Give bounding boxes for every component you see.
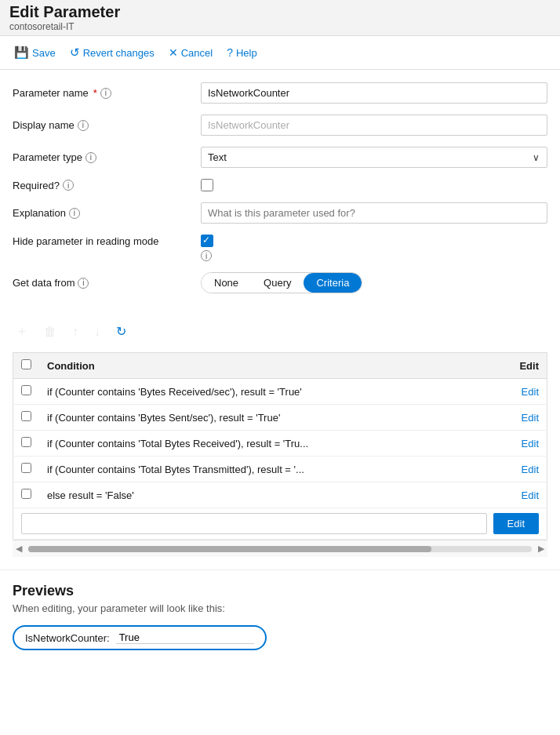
display-name-info-icon[interactable]: i <box>78 120 89 131</box>
refresh-button[interactable]: ↻ <box>113 322 129 340</box>
header-checkbox-col <box>13 353 40 379</box>
row-checkbox[interactable] <box>21 463 31 473</box>
explanation-label: Explanation i <box>13 207 201 219</box>
preview-field-label: IsNetworkCounter: <box>25 632 110 644</box>
row-checkbox-cell <box>13 457 40 482</box>
save-icon: 💾 <box>14 45 29 60</box>
previews-section: Previews When editing, your parameter wi… <box>0 569 560 663</box>
criteria-edit-button[interactable]: Edit <box>493 513 539 534</box>
condition-cell: if (Counter contains 'Bytes Sent/sec'), … <box>39 405 500 431</box>
edit-cell: Edit <box>500 431 547 457</box>
required-info-icon[interactable]: i <box>63 180 74 191</box>
cancel-icon: ✕ <box>169 46 178 59</box>
edit-link[interactable]: Edit <box>522 464 539 475</box>
row-checkbox-cell <box>13 379 40 405</box>
hide-param-checkbox-wrapper <box>201 235 213 247</box>
new-criteria-input[interactable] <box>21 513 487 534</box>
edit-cell: Edit <box>500 405 547 431</box>
save-button[interactable]: 💾 Save <box>9 42 60 63</box>
criteria-table: Condition Edit if (Counter contains 'Byt… <box>13 352 547 540</box>
delete-criteria-button[interactable]: 🗑 <box>41 323 60 340</box>
add-criteria-button[interactable]: ＋ <box>13 322 31 341</box>
display-name-row: Display name i <box>13 115 547 136</box>
required-checkbox[interactable] <box>201 179 213 191</box>
parameter-name-input[interactable] <box>201 82 547 104</box>
row-checkbox[interactable] <box>21 489 31 499</box>
select-all-checkbox[interactable] <box>21 359 31 369</box>
revert-button[interactable]: ↺ Revert changes <box>65 42 159 63</box>
table-row: else result = 'False' Edit <box>13 482 547 508</box>
scroll-left-arrow[interactable]: ◀ <box>13 544 25 554</box>
row-checkbox[interactable] <box>21 411 31 421</box>
top-bar: Edit Parameter contosoretail-IT 💾 Save ↺… <box>0 0 560 70</box>
scroll-track[interactable] <box>28 546 532 552</box>
edit-link[interactable]: Edit <box>522 438 539 449</box>
scroll-thumb[interactable] <box>28 546 431 552</box>
required-checkbox-wrapper <box>201 179 213 191</box>
radio-query[interactable]: Query <box>251 273 304 293</box>
parameter-name-label: Parameter name * i <box>13 87 201 99</box>
horizontal-scrollbar[interactable]: ◀ ▶ <box>13 540 547 557</box>
condition-cell: if (Counter contains 'Total Bytes Transm… <box>39 457 500 482</box>
page-subtitle: contosoretail-IT <box>9 21 551 32</box>
display-name-label: Display name i <box>13 119 201 131</box>
row-checkbox-cell <box>13 482 40 508</box>
explanation-row: Explanation i <box>13 202 547 224</box>
revert-icon: ↺ <box>70 45 80 60</box>
parameter-type-info-icon[interactable]: i <box>85 152 96 163</box>
preview-field: IsNetworkCounter: <box>13 625 267 650</box>
edit-cell: Edit <box>500 457 547 482</box>
criteria-toolbar: ＋ 🗑 ↑ ↓ ↻ <box>13 318 547 344</box>
move-down-button[interactable]: ↓ <box>91 323 104 340</box>
parameter-name-row: Parameter name * i <box>13 82 547 104</box>
hide-param-row: Hide parameter in reading mode <box>13 235 547 247</box>
condition-cell: if (Counter contains 'Total Bytes Receiv… <box>39 431 500 457</box>
row-checkbox-cell <box>13 405 40 431</box>
row-checkbox-cell <box>13 431 40 457</box>
table-row: if (Counter contains 'Bytes Sent/sec'), … <box>13 405 547 431</box>
previews-description: When editing, your parameter will look l… <box>13 602 547 614</box>
get-data-radio-group: None Query Criteria <box>201 272 362 293</box>
display-name-input[interactable] <box>201 115 547 136</box>
explanation-info-icon[interactable]: i <box>69 208 80 219</box>
scroll-right-arrow[interactable]: ▶ <box>535 544 547 554</box>
table-row: if (Counter contains 'Bytes Received/sec… <box>13 379 547 405</box>
edit-header: Edit <box>500 353 547 379</box>
get-data-info-icon[interactable]: i <box>78 278 89 289</box>
required-star: * <box>93 87 97 99</box>
parameter-type-select[interactable]: Text Number Date <box>201 147 547 168</box>
condition-header: Condition <box>39 353 500 379</box>
page-title: Edit Parameter <box>9 3 551 21</box>
edit-cell: Edit <box>500 482 547 508</box>
parameter-name-info-icon[interactable]: i <box>100 88 111 99</box>
get-data-label: Get data from i <box>13 277 201 289</box>
help-button[interactable]: ? Help <box>222 43 262 62</box>
row-checkbox[interactable] <box>21 385 31 395</box>
edit-link[interactable]: Edit <box>522 489 539 501</box>
hide-param-info-row: i <box>201 250 547 261</box>
edit-link[interactable]: Edit <box>522 386 539 398</box>
condition-cell: else result = 'False' <box>39 482 500 508</box>
radio-criteria[interactable]: Criteria <box>304 273 362 293</box>
explanation-input[interactable] <box>201 202 547 224</box>
cancel-button[interactable]: ✕ Cancel <box>164 43 217 62</box>
help-icon: ? <box>227 46 233 59</box>
row-checkbox[interactable] <box>21 437 31 447</box>
toolbar: 💾 Save ↺ Revert changes ✕ Cancel ? Help <box>0 36 560 70</box>
hide-param-checkbox[interactable] <box>201 235 213 247</box>
parameter-type-label: Parameter type i <box>13 151 201 163</box>
previews-title: Previews <box>13 583 547 599</box>
edit-link[interactable]: Edit <box>522 412 539 424</box>
form-area: Parameter name * i Display name i Parame… <box>0 70 560 318</box>
required-row: Required? i <box>13 179 547 191</box>
move-up-button[interactable]: ↑ <box>69 323 82 340</box>
radio-none[interactable]: None <box>202 273 251 293</box>
preview-field-input[interactable] <box>116 631 254 644</box>
get-data-row: Get data from i None Query Criteria <box>13 272 547 293</box>
condition-cell: if (Counter contains 'Bytes Received/sec… <box>39 379 500 405</box>
edit-cell: Edit <box>500 379 547 405</box>
hide-param-label: Hide parameter in reading mode <box>13 235 201 247</box>
hide-param-info-icon[interactable]: i <box>201 250 212 261</box>
table-row: if (Counter contains 'Total Bytes Receiv… <box>13 431 547 457</box>
criteria-section: ＋ 🗑 ↑ ↓ ↻ Condition Edit if (Counter con… <box>0 318 560 566</box>
